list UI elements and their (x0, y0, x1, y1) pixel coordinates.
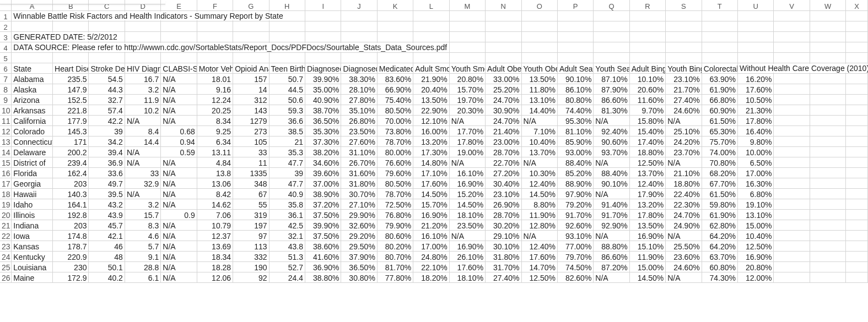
cell-K5[interactable] (377, 52, 413, 63)
cell-F22[interactable]: 12.37 (197, 230, 233, 241)
cell-C12[interactable]: 39 (89, 125, 125, 136)
cell-L14[interactable]: 17.30% (413, 146, 449, 157)
cell-L25[interactable]: 22.10% (413, 261, 449, 272)
cell-T21[interactable]: 62.80% (702, 220, 737, 230)
cell-N15[interactable]: 22.70% (486, 157, 521, 167)
cell-T7[interactable]: 63.90% (702, 73, 737, 84)
cell-X22[interactable] (846, 230, 868, 241)
cell-M7[interactable]: 20.80% (449, 73, 485, 84)
cell-M4[interactable] (449, 42, 485, 52)
column-header-L[interactable]: L (413, 0, 449, 10)
cell-S1[interactable] (666, 10, 702, 21)
header-cell-O[interactable]: Youth Obesity (521, 63, 557, 73)
cell-V13[interactable] (774, 136, 810, 146)
cell-X1[interactable] (846, 10, 868, 21)
cell-P11[interactable]: 95.30% (557, 115, 593, 125)
cell-T14[interactable]: 74.00% (702, 146, 737, 157)
cell-H13[interactable]: 21 (269, 136, 305, 146)
row-header-1[interactable]: 1 (0, 10, 12, 21)
row-header-3[interactable]: 3 (0, 31, 12, 42)
cell-A17[interactable]: Georgia (12, 178, 53, 188)
cell-V8[interactable] (774, 84, 810, 94)
cell-V18[interactable] (774, 188, 810, 199)
cell-V22[interactable] (774, 230, 810, 241)
header-cell-E[interactable]: CLABSI-SIR (161, 63, 197, 73)
cell-G24[interactable]: 332 (233, 251, 269, 261)
cell-C13[interactable]: 34.2 (89, 136, 125, 146)
cell-T16[interactable]: 68.20% (702, 167, 737, 178)
cell-P16[interactable]: 85.20% (557, 167, 593, 178)
header-cell-S[interactable]: Youth Binge (666, 63, 702, 73)
cell-U17[interactable]: 16.30% (738, 178, 774, 188)
cell-G23[interactable]: 113 (233, 241, 269, 251)
cell-W23[interactable] (810, 241, 845, 251)
cell-O14[interactable]: 13.70% (521, 146, 557, 157)
cell-R17[interactable]: 12.40% (629, 178, 665, 188)
cell-B20[interactable]: 192.8 (53, 209, 89, 220)
cell-G26[interactable]: 92 (233, 272, 269, 282)
cell-A24[interactable]: Kentucky (12, 251, 53, 261)
data-row-8[interactable]: 8Alaska147.944.33.2N/A9.161444.535.00%28… (0, 84, 868, 94)
cell-H14[interactable]: 35.3 (269, 146, 305, 157)
cell-N12[interactable]: 21.40% (486, 125, 521, 136)
cell-F5[interactable] (197, 52, 233, 63)
cell-M5[interactable] (449, 52, 485, 63)
cell-Q7[interactable]: 87.10% (594, 73, 629, 84)
cell-V25[interactable] (774, 261, 810, 272)
cell-W17[interactable] (810, 178, 845, 188)
cell-D22[interactable]: 4.6 (125, 230, 160, 241)
cell-E8[interactable]: N/A (161, 84, 197, 94)
data-row-15[interactable]: 15District of239.436.9N/AN/A4.841147.734… (0, 157, 868, 167)
cell-Q26[interactable]: N/A (594, 272, 629, 282)
cell-C2[interactable] (89, 21, 125, 31)
cell-R1[interactable] (629, 10, 665, 21)
cell-U9[interactable]: 10.50% (738, 94, 774, 105)
cell-M23[interactable]: 16.90% (449, 241, 485, 251)
header-cell-R[interactable]: Adult Binge (629, 63, 665, 73)
cell-Q23[interactable]: 88.80% (594, 241, 629, 251)
cell-O26[interactable]: 12.50% (521, 272, 557, 282)
header-cell-K[interactable]: Medicated (377, 63, 413, 73)
cell-D5[interactable] (125, 52, 160, 63)
cell-D10[interactable]: 10.2 (125, 105, 160, 115)
cell-G22[interactable]: 97 (233, 230, 269, 241)
cell-N3[interactable] (486, 31, 521, 42)
cell-S8[interactable]: 21.70% (666, 84, 702, 94)
cell-V12[interactable] (774, 125, 810, 136)
cell-O20[interactable]: 11.90% (521, 209, 557, 220)
cell-F16[interactable]: 13.8 (197, 167, 233, 178)
data-row-19[interactable]: 19Idaho164.143.23.2N/A14.625535.837.20%2… (0, 199, 868, 209)
cell-I23[interactable]: 38.60% (305, 241, 341, 251)
cell-K13[interactable]: 78.70% (377, 136, 413, 146)
cell-W12[interactable] (810, 125, 845, 136)
cell-R5[interactable] (629, 52, 665, 63)
row-header-8[interactable]: 8 (0, 84, 12, 94)
data-row-24[interactable]: 24Kentucky220.9489.1N/A18.3433251.341.60… (0, 251, 868, 261)
cell-X2[interactable] (846, 21, 868, 31)
cell-X21[interactable] (846, 220, 868, 230)
cell-P19[interactable]: 79.20% (557, 199, 593, 209)
row-header-4[interactable]: 4 (0, 42, 12, 52)
header-cell-U[interactable]: Without Health Care Coverage (2010) (738, 63, 774, 73)
cell-U10[interactable]: 21.30% (738, 105, 774, 115)
cell-I18[interactable]: 38.90% (305, 188, 341, 199)
cell-X10[interactable] (846, 105, 868, 115)
cell-A7[interactable]: Alabama (12, 73, 53, 84)
cell-H17[interactable]: 47.7 (269, 178, 305, 188)
cell-C20[interactable]: 43.9 (89, 209, 125, 220)
cell-B23[interactable]: 178.7 (53, 241, 89, 251)
cell-J14[interactable]: 31.10% (341, 146, 377, 157)
cell-D16[interactable]: 33 (125, 167, 160, 178)
cell-O25[interactable]: 14.70% (521, 261, 557, 272)
cell-F17[interactable]: 13.06 (197, 178, 233, 188)
cell-G21[interactable]: 197 (233, 220, 269, 230)
cell-L2[interactable] (413, 21, 449, 31)
cell-L5[interactable] (413, 52, 449, 63)
cell-P7[interactable]: 90.10% (557, 73, 593, 84)
cell-J21[interactable]: 32.60% (341, 220, 377, 230)
cell-A18[interactable]: Hawaii (12, 188, 53, 199)
cell-J7[interactable]: 38.30% (341, 73, 377, 84)
cell-L13[interactable]: 13.20% (413, 136, 449, 146)
cell-T11[interactable]: 61.50% (702, 115, 737, 125)
row-header-12[interactable]: 12 (0, 125, 12, 136)
